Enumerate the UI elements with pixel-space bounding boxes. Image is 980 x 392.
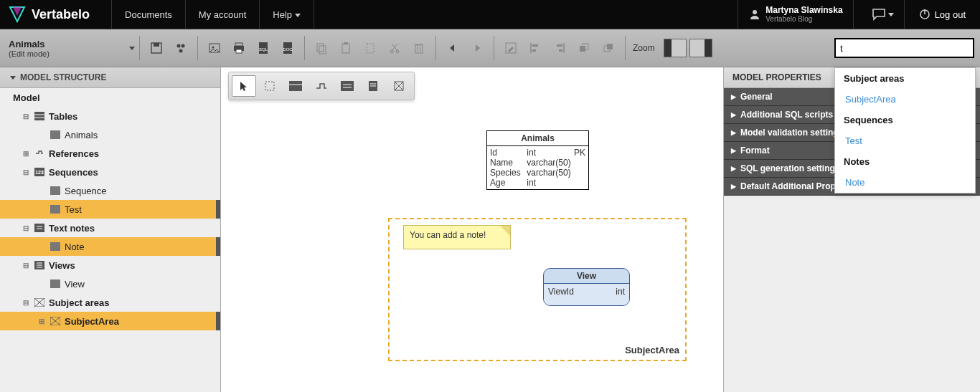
- table-icon: [49, 129, 62, 140]
- reference-icon: [33, 148, 46, 159]
- tree-item-note[interactable]: Note: [0, 237, 220, 256]
- svg-text:SQL: SQL: [259, 47, 268, 52]
- add-reference-tool[interactable]: [309, 75, 334, 97]
- note-icon: [49, 241, 62, 252]
- svg-rect-41: [34, 112, 44, 120]
- tree-item-subjectarea[interactable]: ⊞SubjectArea: [0, 312, 220, 330]
- tree-item-sequence[interactable]: Sequence: [0, 181, 220, 200]
- chat-button[interactable]: [861, 0, 905, 29]
- edit-button[interactable]: [499, 36, 523, 60]
- svg-rect-33: [532, 49, 536, 52]
- bring-front-button[interactable]: [572, 36, 596, 60]
- svg-text:DOC: DOC: [283, 47, 293, 52]
- subject-area-label: SubjectArea: [625, 345, 679, 355]
- search-result-item[interactable]: SubjectArea: [835, 89, 975, 110]
- undo-button[interactable]: [440, 36, 465, 60]
- nav-help[interactable]: Help: [259, 0, 314, 29]
- area-icon: [33, 297, 46, 308]
- tree-item-test[interactable]: Test: [0, 200, 220, 219]
- chevron-down-icon: [888, 13, 894, 16]
- svg-rect-44: [50, 130, 60, 139]
- tree-item-view[interactable]: View: [0, 274, 220, 293]
- tree-item-animals[interactable]: Animals: [0, 125, 220, 144]
- add-table-tool[interactable]: [283, 75, 308, 97]
- sequence-icon: [49, 185, 62, 196]
- tree-textnotes[interactable]: ⊟Text notes: [0, 219, 220, 237]
- nav-documents[interactable]: Documents: [111, 0, 185, 29]
- save-button[interactable]: [144, 36, 169, 60]
- add-note-tool[interactable]: [361, 75, 385, 97]
- tree-subjectareas[interactable]: ⊟Subject areas: [0, 293, 220, 312]
- align-left-button[interactable]: [523, 36, 547, 60]
- align-right-button[interactable]: [547, 36, 572, 60]
- brand-text: Vertabelo: [32, 7, 90, 22]
- tree-sequences[interactable]: ⊟123Sequences: [0, 163, 220, 181]
- sql-export-button[interactable]: SQL: [251, 36, 275, 60]
- search-group: Subject areas: [835, 68, 975, 89]
- search-input[interactable]: [834, 38, 974, 58]
- top-nav: Documents My account Help: [111, 0, 314, 29]
- tree-root[interactable]: Model: [0, 88, 220, 107]
- copy-button[interactable]: [309, 36, 334, 60]
- search-result-item[interactable]: Note: [835, 172, 975, 193]
- tree-tables[interactable]: ⊟Tables: [0, 107, 220, 125]
- svg-point-2: [753, 10, 757, 14]
- svg-point-11: [212, 47, 215, 49]
- model-selector[interactable]: Animals (Edit mode): [4, 37, 126, 59]
- svg-rect-60: [265, 82, 274, 90]
- note-entity[interactable]: You can add a note!: [403, 225, 511, 249]
- paste-button[interactable]: [334, 36, 358, 60]
- svg-rect-12: [235, 43, 242, 46]
- clipboard-button[interactable]: [358, 36, 382, 60]
- svg-text:123: 123: [35, 170, 44, 175]
- left-panel-toggle[interactable]: [664, 39, 687, 57]
- svg-rect-21: [342, 44, 349, 53]
- search-results-dropdown: Subject areas SubjectArea Sequences Test…: [834, 67, 976, 193]
- model-structure-header[interactable]: MODEL STRUCTURE: [0, 67, 220, 88]
- send-back-button[interactable]: [596, 36, 621, 60]
- add-area-tool[interactable]: [387, 75, 411, 97]
- search-result-item[interactable]: Test: [835, 130, 975, 151]
- table-entity-animals[interactable]: Animals IdintPK Namevarchar(50) Speciesv…: [486, 130, 589, 190]
- svg-point-7: [177, 44, 181, 48]
- tree-views[interactable]: ⊟Views: [0, 256, 220, 274]
- svg-rect-48: [50, 205, 60, 214]
- user-menu[interactable]: Martyna Slawinska Vertabelo Blog: [738, 0, 853, 29]
- select-tool[interactable]: [232, 75, 256, 97]
- sequence-icon: 123: [33, 166, 46, 178]
- brand[interactable]: Vertabelo: [7, 4, 90, 24]
- svg-rect-23: [367, 44, 374, 53]
- table-icon: [33, 110, 46, 122]
- svg-rect-57: [50, 279, 60, 288]
- user-sub: Vertabelo Blog: [765, 15, 842, 23]
- marquee-tool[interactable]: [258, 75, 282, 97]
- logout-button[interactable]: Log out: [912, 9, 973, 20]
- view-icon: [49, 278, 62, 290]
- svg-rect-47: [50, 186, 60, 195]
- right-panel-toggle[interactable]: [689, 39, 712, 57]
- user-icon: [748, 8, 761, 21]
- svg-rect-36: [559, 49, 562, 52]
- svg-rect-14: [236, 49, 242, 53]
- entity-title: Animals: [487, 131, 588, 146]
- doc-export-button[interactable]: DOC: [275, 36, 300, 60]
- image-export-button[interactable]: [202, 36, 227, 60]
- canvas-toolbar: [228, 72, 415, 100]
- svg-rect-61: [289, 81, 302, 91]
- cut-button[interactable]: [382, 36, 407, 60]
- view-entity[interactable]: View ViewIdint: [543, 268, 630, 306]
- user-name: Martyna Slawinska: [765, 6, 842, 15]
- canvas[interactable]: Animals IdintPK Namevarchar(50) Speciesv…: [221, 67, 723, 392]
- add-view-tool[interactable]: [335, 75, 359, 97]
- chevron-down-icon: [10, 76, 16, 80]
- redo-button[interactable]: [465, 36, 489, 60]
- tree-references[interactable]: ⊞References: [0, 144, 220, 163]
- nav-account[interactable]: My account: [185, 0, 259, 29]
- svg-point-8: [182, 44, 185, 48]
- svg-rect-19: [317, 44, 324, 52]
- logo-icon: [7, 4, 27, 24]
- search-group: Notes: [835, 151, 975, 172]
- print-button[interactable]: [227, 36, 251, 60]
- share-button[interactable]: [169, 36, 193, 60]
- delete-button[interactable]: [407, 36, 431, 60]
